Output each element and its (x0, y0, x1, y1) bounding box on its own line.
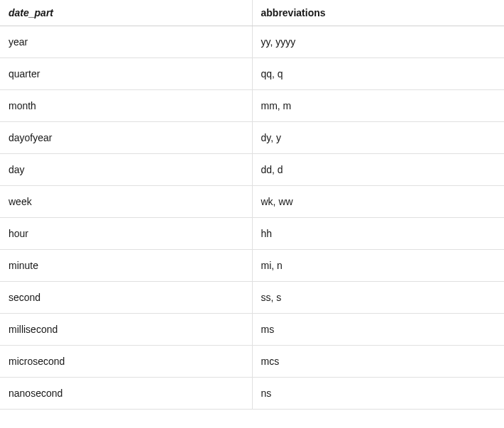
table-row: hourhh (0, 218, 504, 250)
table-row: daydd, d (0, 154, 504, 186)
table-row: monthmm, m (0, 90, 504, 122)
cell-abbreviations: dd, d (252, 154, 504, 186)
cell-date-part: week (0, 186, 252, 218)
cell-abbreviations: mm, m (252, 90, 504, 122)
cell-abbreviations: mi, n (252, 250, 504, 282)
cell-abbreviations: ms (252, 314, 504, 346)
cell-abbreviations: ss, s (252, 282, 504, 314)
cell-date-part: dayofyear (0, 122, 252, 154)
cell-date-part: second (0, 282, 252, 314)
table-header-row: date_part abbreviations (0, 0, 504, 26)
table-row: weekwk, ww (0, 186, 504, 218)
cell-date-part: month (0, 90, 252, 122)
cell-date-part: minute (0, 250, 252, 282)
date-part-table: date_part abbreviations yearyy, yyyyquar… (0, 0, 504, 410)
table-row: nanosecondns (0, 378, 504, 410)
cell-date-part: millisecond (0, 314, 252, 346)
cell-abbreviations: mcs (252, 346, 504, 378)
table-row: dayofyeardy, y (0, 122, 504, 154)
cell-date-part: quarter (0, 58, 252, 90)
table-row: yearyy, yyyy (0, 26, 504, 58)
cell-abbreviations: qq, q (252, 58, 504, 90)
header-date-part: date_part (0, 0, 252, 26)
cell-abbreviations: dy, y (252, 122, 504, 154)
cell-date-part: microsecond (0, 346, 252, 378)
cell-date-part: nanosecond (0, 378, 252, 410)
cell-abbreviations: yy, yyyy (252, 26, 504, 58)
table-row: minutemi, n (0, 250, 504, 282)
table-row: microsecondmcs (0, 346, 504, 378)
table-row: millisecondms (0, 314, 504, 346)
table-row: quarterqq, q (0, 58, 504, 90)
cell-date-part: year (0, 26, 252, 58)
table-row: secondss, s (0, 282, 504, 314)
cell-abbreviations: ns (252, 378, 504, 410)
cell-abbreviations: hh (252, 218, 504, 250)
cell-date-part: hour (0, 218, 252, 250)
header-abbreviations: abbreviations (252, 0, 504, 26)
cell-date-part: day (0, 154, 252, 186)
cell-abbreviations: wk, ww (252, 186, 504, 218)
